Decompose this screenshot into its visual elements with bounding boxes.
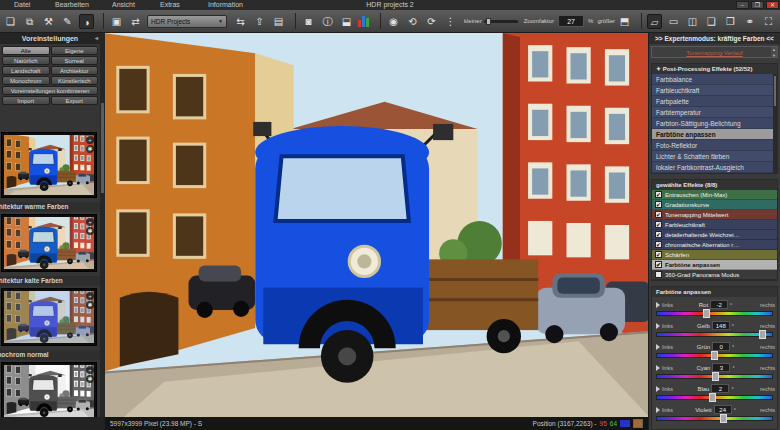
undo-icon[interactable]: ⟲ bbox=[405, 14, 420, 29]
checkbox[interactable]: ✔ bbox=[655, 191, 662, 198]
hue-value-input[interactable] bbox=[712, 342, 730, 351]
filter-architektur-button[interactable]: Architektur bbox=[51, 66, 99, 75]
monitor-split-icon[interactable]: ◫ bbox=[685, 14, 700, 29]
hue-value-input[interactable] bbox=[710, 300, 728, 309]
save-icon[interactable]: ▣ bbox=[109, 14, 124, 29]
histogram-icon[interactable] bbox=[358, 15, 369, 27]
effect-foto-reflektor[interactable]: Foto-Reflektor bbox=[652, 140, 777, 151]
filter-eigene-button[interactable]: Eigene bbox=[51, 46, 99, 55]
filter-landschaft-button[interactable]: Landschaft bbox=[2, 66, 50, 75]
slider-handle[interactable] bbox=[759, 330, 766, 339]
tools-icon[interactable]: ⚒ bbox=[41, 14, 56, 29]
add-favorite-icon[interactable]: + bbox=[86, 218, 94, 226]
expand-triangle-icon[interactable] bbox=[656, 323, 660, 329]
effect-farbtoene-anpassen[interactable]: Farbtöne anpassen bbox=[652, 129, 777, 140]
effect-lichter-schatten[interactable]: Lichter & Schatten färben bbox=[652, 151, 777, 162]
selected-effect-row[interactable]: ✔ Schärfen bbox=[652, 250, 777, 260]
filter-monochrom-button[interactable]: Monochrom bbox=[2, 76, 50, 85]
comment-icon[interactable]: ❑ bbox=[704, 14, 719, 29]
effect-farbpalette[interactable]: Farbpalette bbox=[652, 96, 777, 107]
checkbox[interactable]: ✔ bbox=[655, 241, 662, 248]
print-icon[interactable]: ▤ bbox=[271, 14, 286, 29]
scrolled-effect-item[interactable]: Tonemapping Verlauf ▲▼ bbox=[651, 46, 778, 58]
filter-natuerlich-button[interactable]: Natürlich bbox=[2, 56, 50, 65]
expert-mode-header[interactable]: >> Expertenmodus: kräftige Farben << bbox=[649, 33, 780, 44]
gear-icon[interactable]: ✱ bbox=[86, 227, 94, 235]
hue-value-input[interactable] bbox=[714, 405, 732, 414]
palette-icon[interactable]: ◑ bbox=[79, 14, 94, 29]
selected-effect-row[interactable]: ✔ Entrauschen (Min-Max) bbox=[652, 190, 777, 200]
checkbox[interactable] bbox=[655, 271, 662, 278]
selected-effect-row[interactable]: ✔ Gradationskurve bbox=[652, 200, 777, 210]
monitor-icon[interactable]: ▭ bbox=[666, 14, 681, 29]
share-icon[interactable]: ⚭ bbox=[742, 14, 757, 29]
gear-icon[interactable]: ✱ bbox=[86, 375, 94, 383]
options-dots-icon[interactable]: ⋮ bbox=[443, 14, 458, 29]
expand-triangle-icon[interactable] bbox=[656, 386, 660, 392]
slider-handle[interactable] bbox=[711, 351, 718, 360]
project-dropdown[interactable]: HDR Projects ▼ bbox=[147, 15, 227, 28]
redo-icon[interactable]: ⟳ bbox=[424, 14, 439, 29]
slider-handle[interactable] bbox=[712, 372, 719, 381]
effect-farbton-saettigung[interactable]: Farbton-Sättigung-Belichtung bbox=[652, 118, 777, 129]
edit-brush-icon[interactable]: ✎ bbox=[60, 14, 75, 29]
projector-icon[interactable]: ◙ bbox=[301, 14, 316, 29]
effects-list-scrollbar[interactable] bbox=[773, 74, 777, 173]
import-button[interactable]: Import bbox=[2, 96, 50, 105]
checkbox[interactable]: ✔ bbox=[655, 231, 662, 238]
zoom-mini-slider[interactable] bbox=[484, 20, 518, 23]
checkbox[interactable]: ✔ bbox=[655, 201, 662, 208]
effect-farbtemperatur[interactable]: Farbtemperatur bbox=[652, 107, 777, 118]
effect-lokaler-farbkontrast[interactable]: lokaler Farbkontrast-Ausgleich bbox=[652, 162, 777, 173]
maximize-button[interactable]: ❒ bbox=[751, 1, 764, 9]
zoom-factor-input[interactable] bbox=[558, 15, 584, 27]
export-button[interactable]: Export bbox=[51, 96, 99, 105]
preset-thumbnail-monochrom[interactable]: +✱ bbox=[1, 362, 97, 420]
selected-effect-row[interactable]: ✔ detailerhaltende Weichzei… bbox=[652, 230, 777, 240]
new-file-icon[interactable]: ❏ bbox=[3, 14, 18, 29]
preset-thumbnail-partial[interactable]: +✱ bbox=[1, 132, 97, 198]
export-icon[interactable]: ⇪ bbox=[252, 14, 267, 29]
compare-icon[interactable]: ⇆ bbox=[233, 14, 248, 29]
selected-effect-row[interactable]: 360-Grad Panorama Modus bbox=[652, 270, 777, 280]
image-canvas[interactable] bbox=[105, 33, 648, 417]
effect-farbbalance[interactable]: Farbbalance bbox=[652, 74, 777, 85]
eye-icon[interactable]: ◉ bbox=[386, 14, 401, 29]
expand-triangle-icon[interactable] bbox=[656, 302, 660, 308]
filter-kuenstlerisch-button[interactable]: Künstlerisch bbox=[51, 76, 99, 85]
collapse-panel-icon[interactable]: ◂ bbox=[95, 33, 98, 44]
add-favorite-icon[interactable]: + bbox=[86, 366, 94, 374]
copy-icon[interactable]: ⧉ bbox=[22, 14, 37, 29]
add-favorite-icon[interactable]: + bbox=[86, 136, 94, 144]
filter-surreal-button[interactable]: Surreal bbox=[51, 56, 99, 65]
fill-icon[interactable]: ⬒ bbox=[617, 14, 632, 29]
export-image-icon[interactable]: ⛶ bbox=[761, 14, 776, 29]
slider-handle[interactable] bbox=[720, 414, 727, 423]
effect-farbleuchtkraft[interactable]: Farbleuchtkraft bbox=[652, 85, 777, 96]
preset-thumbnail-warme[interactable]: +✱ bbox=[1, 214, 97, 272]
camera-icon[interactable]: ⬓ bbox=[339, 14, 354, 29]
expand-triangle-icon[interactable] bbox=[656, 407, 660, 413]
checkbox[interactable]: ✔ bbox=[655, 221, 662, 228]
hue-value-input[interactable] bbox=[712, 363, 730, 372]
selected-effect-row[interactable]: ✔ Tonemapping Mittelwert bbox=[652, 210, 777, 220]
project-switch-icon[interactable]: ⇄ bbox=[128, 14, 143, 29]
selected-effect-row[interactable]: ✔ Farbleuchtkraft bbox=[652, 220, 777, 230]
hue-value-input[interactable] bbox=[711, 384, 729, 393]
checkbox[interactable]: ✔ bbox=[655, 211, 662, 218]
close-button[interactable]: ✕ bbox=[766, 1, 779, 9]
gear-icon[interactable]: ✱ bbox=[86, 301, 94, 309]
gear-icon[interactable]: ✱ bbox=[86, 145, 94, 153]
preset-thumbnail-kalte[interactable]: +✱ bbox=[1, 288, 97, 346]
checkbox[interactable]: ✔ bbox=[655, 261, 662, 268]
page-view-icon[interactable]: ▱ bbox=[647, 14, 662, 29]
slider-handle[interactable] bbox=[709, 393, 716, 402]
info-icon[interactable]: ⓘ bbox=[320, 14, 335, 29]
add-favorite-icon[interactable]: + bbox=[86, 292, 94, 300]
spinner-icon[interactable]: ▲▼ bbox=[771, 47, 777, 58]
hue-value-input[interactable] bbox=[712, 321, 730, 330]
filter-alle-button[interactable]: Alle bbox=[2, 46, 50, 55]
comment-alt-icon[interactable]: ❒ bbox=[723, 14, 738, 29]
slider-handle[interactable] bbox=[703, 309, 710, 318]
expand-triangle-icon[interactable] bbox=[656, 365, 660, 371]
